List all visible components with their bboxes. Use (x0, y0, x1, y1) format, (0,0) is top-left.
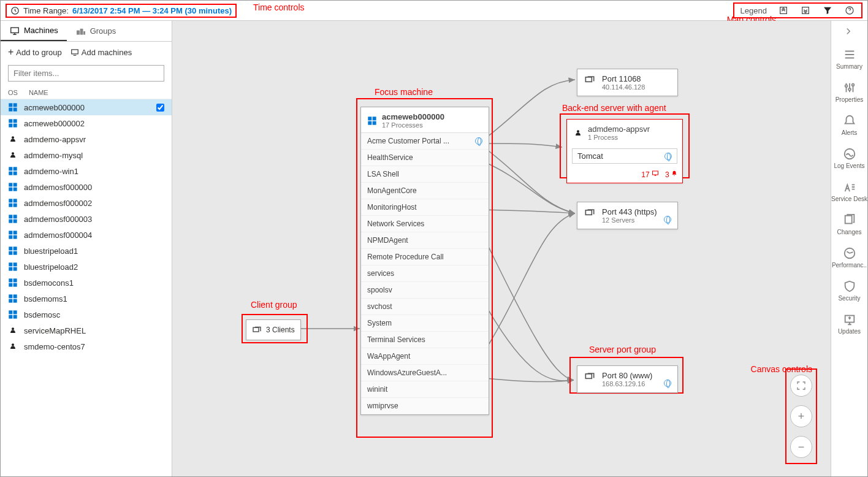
machine-checkbox[interactable] (156, 104, 164, 112)
process-row[interactable]: services (361, 265, 489, 282)
machine-item[interactable]: bluestripeload1 (1, 243, 172, 259)
rail-item-summary[interactable]: Summary (831, 48, 867, 70)
legend-label[interactable]: Legend (740, 6, 767, 15)
machine-item[interactable]: bsdemoms1 (1, 291, 172, 307)
svg-point-72 (845, 85, 847, 87)
svg-rect-63 (373, 116, 376, 120)
machine-item[interactable]: bluestripeload2 (1, 259, 172, 275)
filter-icon[interactable] (822, 5, 833, 16)
process-row[interactable]: MonAgentCore (361, 183, 489, 199)
time-range-control[interactable]: Time Range: 6/13/2017 2:54 PM — 3:24 PM … (6, 4, 237, 18)
rail-item-service-desk[interactable]: Service Desk (831, 180, 867, 202)
machine-name: smdemo-centos7 (24, 342, 85, 351)
svg-rect-8 (72, 50, 78, 54)
rail-item-log-events[interactable]: Log Events (831, 147, 867, 169)
svg-rect-9 (9, 103, 12, 107)
svg-rect-52 (13, 294, 17, 298)
process-row[interactable]: Terminal Services (361, 332, 489, 348)
add-machines-button[interactable]: Add machines (70, 47, 132, 58)
topbar: Time Range: 6/13/2017 2:54 PM — 3:24 PM … (1, 1, 867, 21)
process-row[interactable]: Acme Customer Portal ... (361, 133, 489, 150)
agent-footer: 17 3 (567, 169, 682, 183)
col-os: OS (8, 89, 18, 96)
svg-point-18 (12, 152, 14, 155)
machine-item[interactable]: admdemosf000000 (1, 179, 172, 195)
map-canvas[interactable]: Focus machine acmeweb000000 17 Processes… (172, 21, 831, 476)
sidebar: Machines Groups +Add to group Add machin… (1, 21, 172, 476)
help-icon[interactable] (844, 5, 855, 16)
process-row[interactable]: WaAppAgent (361, 348, 489, 365)
svg-rect-12 (13, 108, 17, 112)
machine-item[interactable]: bsdemocons1 (1, 275, 172, 291)
rail-item-security[interactable]: Security (831, 280, 867, 302)
focus-node-title: acmeweb000000 (382, 112, 444, 121)
collapse-rail-button[interactable] (843, 26, 856, 39)
rail-item-properties[interactable]: Properties (831, 81, 867, 103)
machine-name: bsdemosc (24, 310, 60, 319)
svg-rect-21 (9, 172, 12, 175)
process-row[interactable]: Remote Procedure Call (361, 249, 489, 265)
rail-item-alerts[interactable]: Alerts (831, 114, 867, 136)
collapse-all-icon[interactable] (778, 5, 789, 16)
svg-rect-62 (368, 116, 371, 120)
process-row[interactable]: NPMDAgent (361, 232, 489, 249)
machine-item[interactable]: admdemo-appsvr (1, 131, 172, 147)
machine-item[interactable]: serviceMapRHEL (1, 322, 172, 338)
time-range-label: Time Range: (23, 6, 69, 15)
sidebar-actions: +Add to group Add machines (1, 42, 172, 63)
process-row[interactable]: Network Services (361, 216, 489, 232)
port-node-443[interactable]: Port 443 (https)12 Servers (577, 202, 678, 229)
tab-groups[interactable]: Groups (67, 21, 125, 41)
machine-item[interactable]: bsdemosc (1, 307, 172, 322)
time-range-value: 6/13/2017 2:54 PM — 3:24 PM (30 minutes) (72, 6, 232, 15)
svg-rect-38 (13, 235, 17, 239)
globe-icon (664, 216, 671, 223)
add-to-group-button[interactable]: +Add to group (8, 47, 62, 58)
process-row[interactable]: LSA Shell (361, 166, 489, 183)
process-row[interactable]: MonitoringHost (361, 199, 489, 216)
process-row[interactable]: wmiprvse (361, 398, 489, 414)
port-node-80[interactable]: Port 80 (www)168.63.129.16 (577, 365, 678, 393)
svg-rect-56 (13, 310, 17, 314)
zoom-in-button[interactable]: + (790, 405, 812, 427)
svg-rect-45 (9, 267, 12, 271)
svg-rect-66 (253, 327, 259, 332)
process-row[interactable]: spoolsv (361, 282, 489, 299)
fit-to-screen-button[interactable] (790, 375, 812, 397)
svg-rect-54 (13, 299, 17, 303)
machine-item[interactable]: admdemosf000003 (1, 211, 172, 227)
machine-item[interactable]: admdemo-win1 (1, 163, 172, 179)
svg-rect-71 (585, 374, 592, 379)
rail-item-updates[interactable]: Updates (831, 313, 867, 335)
svg-rect-64 (368, 121, 371, 124)
machine-item[interactable]: admdemo-mysql (1, 147, 172, 163)
tab-machines-label: Machines (24, 26, 58, 35)
machine-item[interactable]: admdemosf000002 (1, 195, 172, 211)
svg-rect-16 (13, 124, 17, 128)
rail-item-performanc-[interactable]: Performanc.. (831, 246, 867, 269)
svg-rect-6 (80, 28, 83, 34)
machine-item[interactable]: acmeweb000000 (1, 99, 172, 115)
right-rail: SummaryPropertiesAlertsLog EventsService… (831, 21, 867, 476)
process-row[interactable]: wininit (361, 381, 489, 398)
tab-machines[interactable]: Machines (1, 21, 67, 41)
col-name: NAME (29, 89, 48, 96)
client-group-node[interactable]: 3 Clients (246, 319, 301, 340)
svg-rect-20 (13, 167, 17, 170)
filter-input[interactable] (8, 65, 164, 82)
agent-server-node[interactable]: admdemo-appsvr 1 Process Tomcat 17 3 (566, 119, 683, 183)
process-row[interactable]: WindowsAzureGuestA... (361, 365, 489, 381)
machine-item[interactable]: acmeweb000002 (1, 115, 172, 131)
machine-item[interactable]: admdemosf000004 (1, 227, 172, 243)
zoom-out-button[interactable]: − (790, 436, 812, 458)
port-node-11068[interactable]: Port 1106840.114.46.128 (577, 69, 678, 96)
focus-machine-node[interactable]: acmeweb000000 17 Processes Acme Customer… (360, 107, 489, 415)
machine-item[interactable]: smdemo-centos7 (1, 338, 172, 354)
process-row[interactable]: svchost (361, 299, 489, 315)
process-row[interactable]: HealthService (361, 150, 489, 166)
rail-item-changes[interactable]: Changes (831, 213, 867, 235)
process-row[interactable]: System (361, 315, 489, 332)
expand-all-icon[interactable] (800, 5, 811, 16)
agent-process-tomcat[interactable]: Tomcat (572, 148, 677, 164)
svg-rect-13 (9, 119, 12, 123)
